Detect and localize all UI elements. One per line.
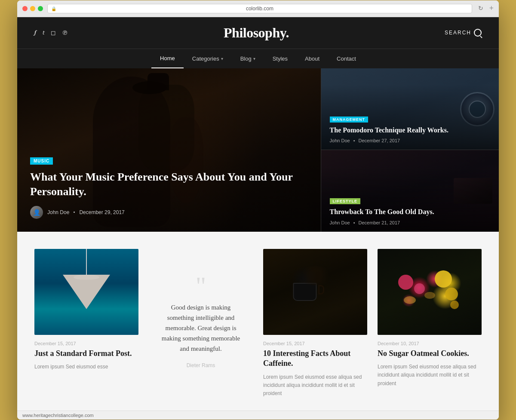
refresh-button[interactable]: ↻ [476,5,485,12]
post-title-1: Just a Standard Format Post. [34,349,138,359]
sidebar-category-1: MANAGEMENT [330,116,369,123]
browser-chrome: colorlib.com ↻ + [17,0,499,17]
sidebar-date-1: December 27, 2017 [359,138,400,143]
hero-content: MUSIC What Your Music Preference Says Ab… [30,156,308,219]
dropdown-arrow: ▾ [221,56,223,61]
post-date-3: December 15, 2017 [263,341,367,346]
traffic-lights [22,6,43,11]
post-date-1: December 15, 2017 [34,341,138,346]
post-image-4 [378,249,482,335]
nav-blog[interactable]: Blog ▾ [232,49,264,68]
pinterest-link[interactable]: ℗ [62,29,68,37]
content-section: December 15, 2017 Just a Standard Format… [17,232,499,411]
post-image-3 [263,249,367,335]
sidebar-author-2: John Doe [330,220,350,225]
separator: • [353,220,355,225]
url-text: colorlib.com [246,6,273,12]
nav-styles[interactable]: Styles [264,49,296,68]
search-button[interactable]: SEARCH [445,29,482,37]
hero-main-article[interactable]: MUSIC What Your Music Preference Says Ab… [17,68,321,232]
minimize-button[interactable] [30,6,35,11]
post-title-3: 10 Interesting Facts About Caffeine. [263,349,367,369]
instagram-link[interactable]: ◻ [51,29,56,37]
nav-about[interactable]: About [296,49,328,68]
post-card-3[interactable]: December 15, 2017 10 Interesting Facts A… [263,249,367,398]
sidebar-author-1: John Doe [330,138,350,143]
site-header: 𝒇 𝘵 ◻ ℗ Philosophy. SEARCH [17,17,499,49]
hero-title: What Your Music Preference Says About Yo… [30,170,308,199]
fullscreen-button[interactable] [38,6,43,11]
nav-categories[interactable]: Categories ▾ [184,49,232,68]
sidebar-date-2: December 21, 2017 [359,220,400,225]
sidebar-meta-1: John Doe • December 27, 2017 [330,138,490,143]
new-tab-button[interactable]: + [489,4,494,13]
address-bar[interactable]: colorlib.com [47,4,472,13]
post-card-1[interactable]: December 15, 2017 Just a Standard Format… [34,249,138,398]
status-url: www.heritagechristiancollege.com [22,413,94,418]
post-excerpt-1: Lorem ipsum Sed eiusmod esse [34,363,138,371]
facebook-link[interactable]: 𝒇 [34,29,37,36]
browser-window: colorlib.com ↻ + 𝒇 𝘵 ◻ ℗ Philosophy. SEA… [17,0,499,420]
content-grid: December 15, 2017 Just a Standard Format… [34,249,482,398]
post-excerpt-4: Lorem ipsum Sed eiusmod esse aliqua sed … [378,363,482,388]
post-card-quote: " Good design is making something intell… [149,249,253,398]
sidebar-title-2: Throwback To The Good Old Days. [330,208,490,217]
post-title-4: No Sugar Oatmeal Cookies. [378,349,482,359]
twitter-link[interactable]: 𝘵 [43,29,45,36]
sidebar-category-2: LIFESTYLE [330,198,361,204]
quote-author: Dieter Rams [187,362,215,368]
hero-section: MUSIC What Your Music Preference Says Ab… [17,68,499,232]
quote-marks: " [196,278,206,294]
close-button[interactable] [22,6,28,11]
hero-author: John Doe [47,209,69,215]
post-excerpt-3: Lorem ipsum Sed eiusmod esse aliqua sed … [263,373,367,398]
navigation: Home Categories ▾ Blog ▾ Styles About Co… [17,49,499,68]
social-icons: 𝒇 𝘵 ◻ ℗ [34,29,68,37]
hero-meta: 👤 John Doe December 29, 2017 [30,206,308,219]
sidebar-card-2[interactable]: LIFESTYLE Throwback To The Good Old Days… [321,150,499,232]
nav-contact[interactable]: Contact [328,49,365,68]
sidebar-meta-2: John Doe • December 21, 2017 [330,220,490,225]
separator: • [353,138,355,143]
search-icon [474,29,482,37]
nav-home[interactable]: Home [151,49,184,68]
separator-dot [74,212,75,213]
sidebar-card-1[interactable]: MANAGEMENT The Pomodoro Technique Really… [321,68,499,150]
author-avatar: 👤 [30,206,43,219]
post-image-1 [34,249,138,335]
status-bar: www.heritagechristiancollege.com [17,411,499,420]
quote-text: Good design is making something intellig… [157,302,244,354]
hero-sidebar: MANAGEMENT The Pomodoro Technique Really… [321,68,499,232]
search-label: SEARCH [445,30,471,36]
site-logo: Philosophy. [224,25,289,41]
post-card-4[interactable]: December 10, 2017 No Sugar Oatmeal Cooki… [378,249,482,398]
hero-category-badge: MUSIC [30,157,53,165]
dropdown-arrow: ▾ [253,56,255,61]
sidebar-card-2-content: LIFESTYLE Throwback To The Good Old Days… [330,196,490,225]
sidebar-card-1-content: MANAGEMENT The Pomodoro Technique Really… [330,115,490,144]
sidebar-title-1: The Pomodoro Technique Really Works. [330,126,490,135]
post-date-4: December 10, 2017 [378,341,482,346]
hero-date: December 29, 2017 [79,209,124,215]
